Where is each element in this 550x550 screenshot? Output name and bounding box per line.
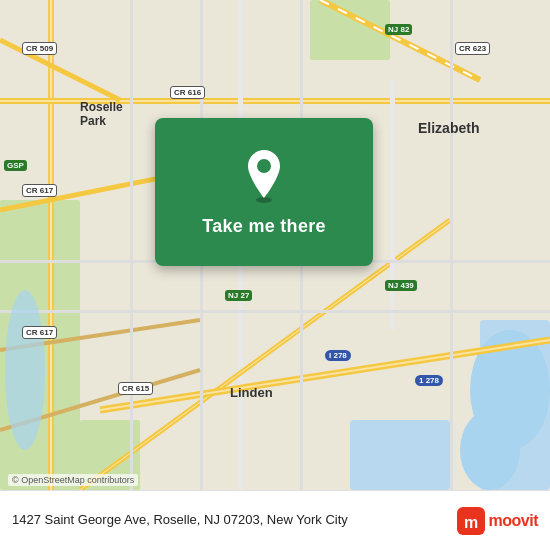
moovit-icon: m [457, 507, 485, 535]
road-label-cr617b: CR 617 [22, 326, 57, 339]
pin-icon [242, 148, 286, 204]
svg-rect-28 [450, 0, 453, 490]
road-label-nj82: NJ 82 [385, 24, 412, 35]
city-label-roselle-park: RosellePark [80, 100, 123, 128]
svg-point-32 [257, 159, 271, 173]
road-label-nj439: NJ 439 [385, 280, 417, 291]
svg-text:m: m [463, 514, 477, 531]
svg-rect-24 [0, 310, 550, 313]
address-text: 1427 Saint George Ave, Roselle, NJ 07203… [12, 511, 457, 529]
city-label-linden: Linden [230, 385, 273, 400]
svg-rect-25 [130, 0, 133, 490]
road-label-cr623: CR 623 [455, 42, 490, 55]
road-label-nj27: NJ 27 [225, 290, 252, 301]
svg-rect-20 [390, 80, 395, 330]
road-label-cr616: CR 616 [170, 86, 205, 99]
take-me-there-button[interactable]: Take me there [202, 216, 326, 237]
city-label-elizabeth: Elizabeth [418, 120, 479, 136]
osm-attribution: © OpenStreetMap contributors [8, 474, 138, 486]
svg-point-7 [460, 410, 520, 490]
svg-rect-3 [350, 420, 450, 490]
svg-point-30 [5, 290, 45, 450]
road-label-i278b: 1 278 [415, 375, 443, 386]
moovit-logo: m moovit [457, 507, 538, 535]
road-label-cr615: CR 615 [118, 382, 153, 395]
overlay-card[interactable]: Take me there [155, 118, 373, 266]
bottom-bar: 1427 Saint George Ave, Roselle, NJ 07203… [0, 490, 550, 550]
road-label-cr509: CR 509 [22, 42, 57, 55]
road-label-cr617a: CR 617 [22, 184, 57, 197]
moovit-name: moovit [489, 512, 538, 530]
road-label-i278a: I 278 [325, 350, 351, 361]
road-label-gsp: GSP [4, 160, 27, 171]
map-container: CR 509 NJ 82 CR 623 CR 616 CR 617 CR 617… [0, 0, 550, 490]
